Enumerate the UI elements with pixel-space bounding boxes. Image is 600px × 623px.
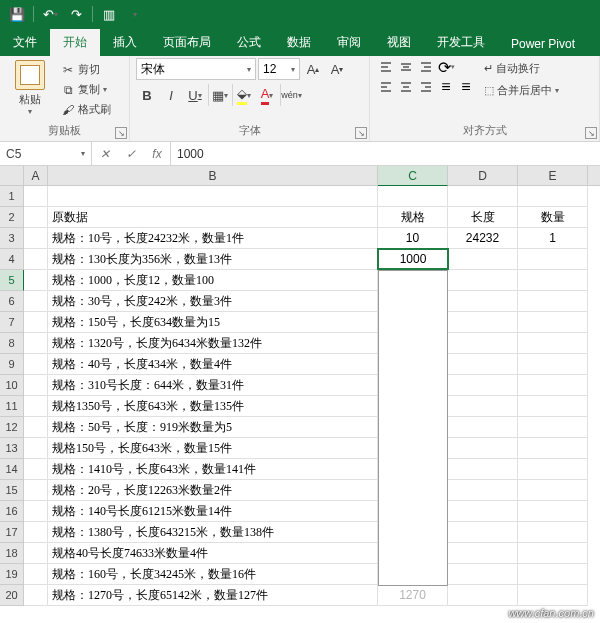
font-name-select[interactable]: 宋体▾ (136, 58, 256, 80)
cell[interactable] (24, 312, 48, 333)
col-header-B[interactable]: B (48, 166, 378, 185)
cell[interactable] (24, 207, 48, 228)
font-color-button[interactable]: A▾ (256, 84, 278, 106)
cell[interactable]: 40 (378, 354, 448, 375)
cell[interactable]: 规格：30号，长度242米，数量3件 (48, 291, 378, 312)
italic-button[interactable]: I (160, 84, 182, 106)
qat-customize-caret-icon[interactable]: ▾ (122, 2, 148, 26)
cell[interactable] (518, 270, 588, 291)
cell[interactable]: 150 (378, 312, 448, 333)
row-header[interactable]: 1 (0, 186, 24, 207)
cell[interactable]: 规格：20号，长度12263米数量2件 (48, 480, 378, 501)
dialog-launcher-icon[interactable]: ↘ (115, 127, 127, 139)
cut-button[interactable]: ✂剪切 (58, 60, 114, 79)
tab-file[interactable]: 文件 (0, 29, 50, 56)
cell[interactable] (24, 270, 48, 291)
cell[interactable] (24, 480, 48, 501)
cell[interactable]: 规格：40号，长度434米，数量4件 (48, 354, 378, 375)
cell[interactable] (518, 333, 588, 354)
cell[interactable]: 50 (378, 417, 448, 438)
borders-button[interactable]: ▦▾ (208, 84, 230, 106)
cell[interactable] (24, 585, 48, 606)
row-header[interactable]: 9 (0, 354, 24, 375)
cell[interactable] (448, 270, 518, 291)
cell[interactable] (24, 291, 48, 312)
accept-formula-icon[interactable]: ✓ (118, 147, 144, 161)
cell[interactable] (448, 417, 518, 438)
cell[interactable]: 原数据 (48, 207, 378, 228)
tab-view[interactable]: 视图 (374, 29, 424, 56)
tab-powerpivot[interactable]: Power Pivot (498, 32, 588, 56)
cell[interactable] (518, 375, 588, 396)
cell[interactable]: 1380 (378, 522, 448, 543)
cell[interactable] (448, 480, 518, 501)
cell[interactable]: 规格：1320号，长度为6434米数量132件 (48, 333, 378, 354)
row-header[interactable]: 7 (0, 312, 24, 333)
cell[interactable] (448, 564, 518, 585)
cell[interactable] (518, 396, 588, 417)
cell[interactable] (448, 291, 518, 312)
tab-insert[interactable]: 插入 (100, 29, 150, 56)
cell[interactable] (24, 249, 48, 270)
cell[interactable]: 规格：310号长度：644米，数量31件 (48, 375, 378, 396)
cell[interactable]: 40 (378, 543, 448, 564)
align-middle-button[interactable] (396, 58, 416, 76)
cell[interactable]: 规格：1410号，长度643米，数量141件 (48, 459, 378, 480)
cell[interactable] (24, 186, 48, 207)
grow-font-button[interactable]: A▴ (302, 58, 324, 80)
cell[interactable]: 规格：150号，长度634数量为15 (48, 312, 378, 333)
cell[interactable]: 规格：140号长度61215米数量14件 (48, 501, 378, 522)
row-header[interactable]: 5 (0, 270, 24, 291)
copy-button[interactable]: ⧉复制 ▾ (58, 80, 114, 99)
cell[interactable] (448, 438, 518, 459)
qat-item-icon[interactable]: ▥ (96, 2, 122, 26)
cell[interactable] (448, 354, 518, 375)
col-header-C[interactable]: C (378, 166, 448, 186)
tab-home[interactable]: 开始 (50, 29, 100, 56)
cell[interactable] (518, 312, 588, 333)
cell[interactable]: 310 (378, 375, 448, 396)
row-header[interactable]: 14 (0, 459, 24, 480)
fill-color-button[interactable]: ⬙▾ (232, 84, 254, 106)
row-header[interactable]: 20 (0, 585, 24, 606)
undo-icon[interactable]: ↶▾ (37, 2, 63, 26)
select-all-corner[interactable] (0, 166, 24, 185)
phonetic-guide-button[interactable]: wén▾ (280, 84, 302, 106)
orientation-button[interactable]: ⟳▾ (436, 58, 456, 76)
row-header[interactable]: 6 (0, 291, 24, 312)
row-header[interactable]: 13 (0, 438, 24, 459)
spreadsheet-grid[interactable]: A B C D E 1 2 原数据 规格 长度 数量 3规格：10号，长度242… (0, 166, 600, 606)
cell[interactable] (24, 354, 48, 375)
cell[interactable] (448, 459, 518, 480)
cell[interactable] (24, 438, 48, 459)
decrease-indent-button[interactable]: ≡ (436, 78, 456, 96)
tab-page-layout[interactable]: 页面布局 (150, 29, 224, 56)
row-header[interactable]: 3 (0, 228, 24, 249)
cell[interactable]: 1350 (378, 396, 448, 417)
cell[interactable]: 130 (378, 249, 448, 270)
cell[interactable] (448, 333, 518, 354)
cell[interactable] (24, 375, 48, 396)
cell[interactable]: 规格：50号，长度：919米数量为5 (48, 417, 378, 438)
cell[interactable]: 规格：1000，长度12，数量100 (48, 270, 378, 291)
cell[interactable] (448, 249, 518, 270)
cell[interactable] (518, 585, 588, 606)
dialog-launcher-icon[interactable]: ↘ (355, 127, 367, 139)
cell[interactable]: 20 (378, 480, 448, 501)
cell[interactable]: 规格：1380号，长度643215米，数量138件 (48, 522, 378, 543)
cell[interactable] (24, 396, 48, 417)
cell[interactable] (518, 564, 588, 585)
row-header[interactable]: 11 (0, 396, 24, 417)
cell[interactable] (48, 186, 378, 207)
formula-input[interactable]: 1000 (171, 142, 600, 165)
row-header[interactable]: 17 (0, 522, 24, 543)
cell[interactable]: 规格：10号，长度24232米，数量1件 (48, 228, 378, 249)
cell[interactable] (24, 417, 48, 438)
underline-button[interactable]: U▾ (184, 84, 206, 106)
align-center-button[interactable] (396, 78, 416, 96)
cell[interactable] (448, 186, 518, 207)
cell[interactable] (448, 501, 518, 522)
cell[interactable] (24, 228, 48, 249)
cell[interactable] (518, 249, 588, 270)
cell[interactable]: 160 (378, 564, 448, 585)
